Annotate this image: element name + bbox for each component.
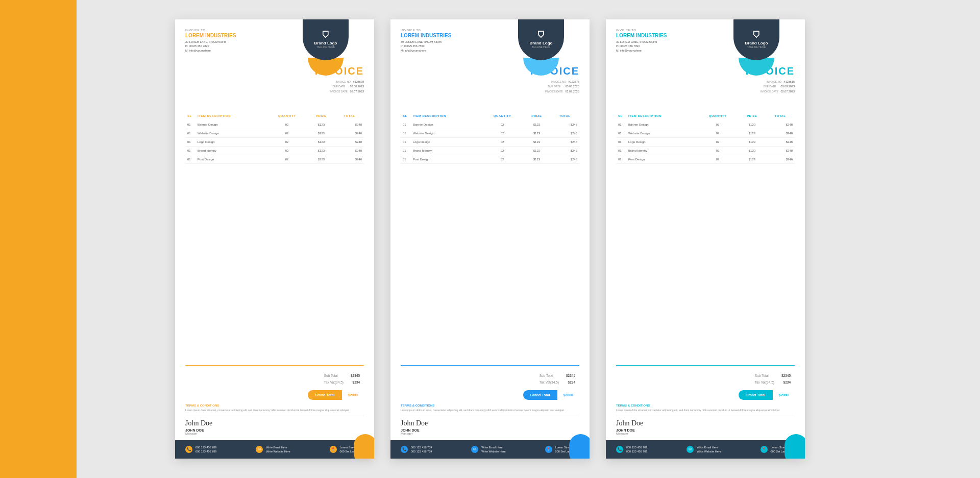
email-icon: ✉	[471, 446, 478, 453]
invoice-table: SL ITEM DESCRIPTION QUANTITY PRIZE TOTAL…	[616, 111, 795, 164]
header-left: INVOICE TO LOREM INDUSTRIES 39 LOREM LAN…	[606, 19, 667, 53]
location-icon: 📍	[330, 446, 337, 453]
tax-row: Tax Vat(34.5) $234	[752, 379, 794, 385]
footer-email: ✉ Write Email HereWrite Website Here	[256, 445, 290, 454]
grand-total-value: $2000	[773, 390, 795, 400]
brand-logo-text: Brand Logo	[314, 41, 337, 46]
grand-total-button[interactable]: Grand Total $2000	[739, 390, 795, 400]
company-name: LOREM INDUSTRIES	[185, 33, 236, 38]
table-row: 01 Website Design 02 $123 $246	[185, 129, 364, 138]
brand-logo-icon: ⛉	[752, 31, 761, 39]
email-icon: ✉	[256, 446, 263, 453]
cell-total: $248	[335, 138, 364, 147]
table-row: 01Website Design02$123$246	[401, 129, 579, 138]
cell-qty: 02	[266, 129, 308, 138]
cell-price: $123	[308, 121, 335, 129]
cell-sl: 01	[185, 129, 195, 138]
card-footer: 📞 000 123 456 789000 123 456 789 ✉ Write…	[390, 440, 590, 459]
totals-divider	[401, 365, 579, 366]
grand-total-button[interactable]: Grand Total $2000	[308, 390, 364, 400]
invoice-card-teal: INVOICE TO LOREM INDUSTRIES 39 LOREM LAN…	[606, 19, 805, 459]
footer-email: ✉ Write Email HereWrite Website Here	[471, 445, 505, 454]
terms-section: TERMS & CONDITIONS Lorem ipsum dolor sit…	[606, 404, 805, 416]
cell-qty: 02	[266, 138, 308, 147]
terms-text: Lorem ipsum dolor sit amet, consectetur …	[616, 409, 795, 413]
cell-qty: 02	[266, 121, 308, 129]
grand-total-row: Grand Total $2000	[175, 390, 374, 404]
grand-total-label: Grand Total	[308, 390, 342, 400]
col-qty: QUANTITY	[266, 111, 308, 121]
signatory-role: Manager	[401, 432, 579, 435]
brand-logo-icon: ⛉	[537, 31, 545, 39]
brand-logo-icon: ⛉	[322, 31, 330, 39]
company-details: 39 LOREM LANE, IPSUM 53345 P: 00025 456 …	[616, 40, 667, 53]
logo-dark-bg: ⛉ Brand Logo TAGLINE HERE	[733, 19, 779, 60]
col-sl: SL	[616, 111, 626, 121]
table-section: SL ITEM DESCRIPTION QUANTITY PRIZE TOTAL…	[175, 111, 374, 363]
cell-sl: 01	[185, 147, 195, 155]
tax-label: Tax Vat(34.5)	[321, 379, 347, 385]
company-details: 39 LOREM LANE, IPSUM 53345 P: 00025 456 …	[185, 40, 236, 53]
col-sl: SL	[185, 111, 195, 121]
signatory-name: JOHN DOE	[185, 428, 364, 432]
col-desc: ITEM DESCRIPTION	[626, 111, 697, 121]
totals-table: Sub Total $2345 Tax Vat(34.5) $234	[535, 372, 579, 386]
invoice-table: SL ITEM DESCRIPTION QUANTITY PRIZE TOTAL…	[401, 111, 579, 164]
signature-name: John Doe	[616, 419, 795, 427]
cell-desc: Post Design	[195, 155, 266, 164]
col-desc: ITEM DESCRIPTION	[195, 111, 266, 121]
invoice-meta: INVOICE NO #123678 DUE DATE 03.08.2023 I…	[315, 80, 364, 94]
terms-left: TERMS & CONDITIONS Lorem ipsum dolor sit…	[616, 404, 795, 413]
grand-total-label: Grand Total	[739, 390, 773, 400]
footer-email-text: Write Email HereWrite Website Here	[697, 445, 721, 454]
signature-section: John Doe JOHN DOE Manager	[175, 416, 374, 440]
signatory-role: Manager	[185, 432, 364, 435]
table-row: 01Logo Design02$123$246	[616, 138, 795, 147]
tax-value: $234	[348, 379, 363, 385]
logo-dark-bg: ⛉ Brand Logo TAGLINE HERE	[518, 19, 564, 60]
footer-email: ✉ Write Email HereWrite Website Here	[687, 445, 721, 454]
invoice-card-orange: INVOICE TO LOREM INDUSTRIES 39 LOREM LAN…	[175, 19, 374, 459]
totals-divider	[185, 365, 364, 366]
tagline-text: TAGLINE HERE	[316, 45, 335, 49]
footer-color-shape	[785, 434, 805, 459]
cell-desc: Banner Design	[195, 121, 266, 129]
footer-email-text: Write Email HereWrite Website Here	[481, 445, 505, 454]
grand-total-button[interactable]: Grand Total $2000	[523, 390, 579, 400]
table-row: 01Banner Design02$123$248	[616, 121, 795, 129]
col-total: TOTAL	[766, 111, 795, 121]
terms-section: TERMS & CONDITIONS Lorem ipsum dolor sit…	[390, 404, 590, 416]
subtotal-row: Sub Total $2345	[321, 373, 363, 378]
terms-text: Lorem ipsum dolor sit amet, consectetur …	[185, 409, 364, 413]
cell-price: $123	[308, 129, 335, 138]
terms-label: TERMS & CONDITIONS	[616, 404, 795, 407]
col-total: TOTAL	[335, 111, 364, 121]
invoice-table: SL ITEM DESCRIPTION QUANTITY PRIZE TOTAL…	[185, 111, 364, 164]
cell-total: $248	[335, 121, 364, 129]
col-price: PRIZE	[308, 111, 335, 121]
footer-email-text: Write Email HereWrite Website Here	[266, 445, 290, 454]
cell-total: $246	[335, 129, 364, 138]
email-icon: ✉	[687, 446, 694, 453]
card-header: INVOICE TO LOREM INDUSTRIES 39 LOREM LAN…	[175, 19, 374, 106]
table-row: 01Post Design02$123$246	[616, 155, 795, 164]
cell-total: $248	[335, 147, 364, 155]
footer-phone-text: 000 123 456 789000 123 456 789	[626, 445, 647, 454]
grand-total-row: Grand Total $2000	[606, 390, 805, 404]
page-wrapper: INVOICE TO LOREM INDUSTRIES 39 LOREM LAN…	[175, 19, 805, 459]
invoice-meta: INVOICE NO #123615 DUE DATE 03.08.2023 I…	[746, 80, 795, 94]
signature-section: John Doe JOHN DOE Manager	[606, 416, 805, 440]
col-qty: QUANTITY	[482, 111, 523, 121]
signatory-role: Manager	[616, 432, 795, 435]
cell-sl: 01	[185, 121, 195, 129]
subtotal-row: Sub Total $2345	[536, 373, 578, 378]
table-row: 01Logo Design02$123$248	[401, 138, 579, 147]
col-total: TOTAL	[550, 111, 579, 121]
tax-row: Tax Vat(34.5) $234	[536, 379, 578, 385]
cell-price: $123	[308, 155, 335, 164]
table-row: 01Brand Identity02$123$248	[616, 147, 795, 155]
footer-color-shape	[354, 434, 374, 459]
terms-left: TERMS & CONDITIONS Lorem ipsum dolor sit…	[185, 404, 364, 413]
subtotal-value: $2345	[348, 373, 363, 378]
tagline-text: TAGLINE HERE	[747, 45, 766, 49]
